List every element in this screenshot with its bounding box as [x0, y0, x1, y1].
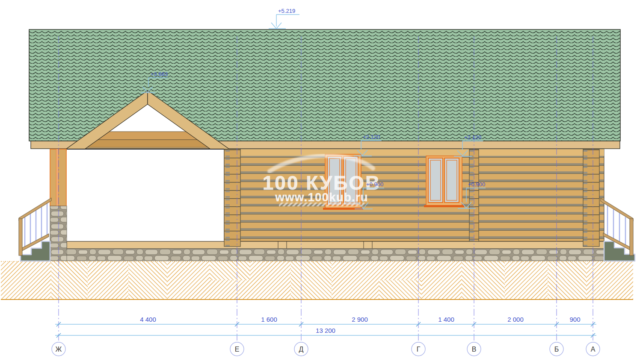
elevation-value-ridge: +5.219: [278, 8, 295, 14]
axis-label-zh: Ж: [56, 346, 62, 353]
dim-segment-4: 1 400: [438, 316, 454, 323]
dim-total: 13 200: [316, 327, 335, 334]
elevation-value-left-window-head: +2.120: [363, 134, 380, 140]
dim-segment-5: 2 000: [507, 316, 524, 323]
window-right: [424, 156, 464, 207]
elevation-drawing: 100 КУБОВ www.100kub.ru +5.219 +3.663 +2…: [0, 0, 640, 364]
drawing-canvas: 100 КУБОВ www.100kub.ru +5.219 +3.663 +2…: [0, 0, 640, 364]
stairs-right: [601, 198, 635, 261]
log-end-stack-E: [224, 149, 240, 247]
ground: [1, 261, 633, 299]
stairs-left: [19, 198, 51, 261]
window-right-sill: [424, 205, 464, 207]
railing-left-handrail: [19, 198, 51, 221]
dim-segment-1: 4 400: [140, 316, 156, 323]
dim-segment-6: 900: [569, 316, 580, 323]
dimension-lines: 4 400 1 600 2 900 1 400 2 000 900 13 200: [55, 316, 596, 338]
railing-right-post: [630, 219, 633, 255]
watermark-url: www.100kub.ru: [275, 191, 368, 204]
axis-label-v: В: [472, 346, 477, 353]
porch: [50, 149, 224, 241]
elevation-value-gable-peak: +3.663: [151, 71, 168, 77]
axis-label-e: Е: [235, 346, 240, 353]
log-end-stack-A: [583, 149, 599, 247]
elevation-value-right-window-sill: +0.900: [468, 181, 485, 188]
elevation-value-right-window-head: +2.120: [464, 134, 481, 141]
axis-bubbles: Ж Е Д Г В Б А: [52, 342, 600, 356]
axis-label-d: Д: [299, 346, 304, 353]
elevation-value-left-window-sill: +0.900: [366, 181, 383, 188]
plinth-board: [67, 241, 604, 249]
porch-post-board-left: [50, 149, 56, 206]
elevation-marker-ridge: [269, 15, 299, 29]
railing-left-post: [19, 219, 22, 255]
porch-post-board-right: [58, 149, 66, 206]
watermark-underline: [279, 203, 364, 206]
foundation-strip: [50, 249, 604, 261]
dim-segment-2: 1 600: [261, 316, 277, 323]
axis-label-a: А: [591, 346, 596, 353]
axis-label-b: Б: [554, 346, 559, 353]
railing-right-handrail: [601, 198, 633, 221]
axis-label-g: Г: [417, 346, 421, 353]
dim-segment-3: 2 900: [352, 316, 368, 323]
